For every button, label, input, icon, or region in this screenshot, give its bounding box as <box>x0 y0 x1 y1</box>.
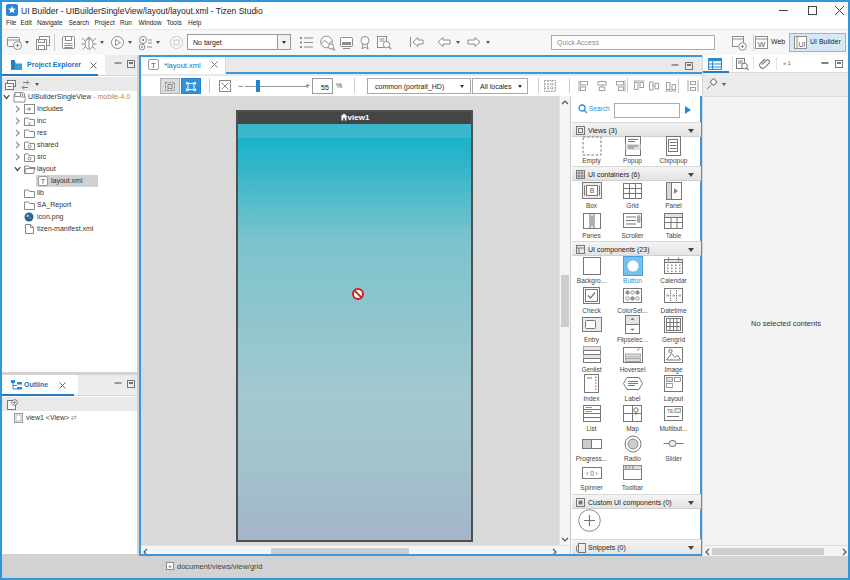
svg-text:e: e <box>168 563 171 569</box>
svg-text:W: W <box>758 40 766 49</box>
svg-text:B: B <box>589 187 594 194</box>
svg-text:‹ 0 ›: ‹ 0 › <box>586 469 598 476</box>
svg-text:T: T <box>41 178 46 185</box>
svg-text:T: T <box>151 61 156 70</box>
svg-text:UI: UI <box>799 41 806 48</box>
svg-text:c: c <box>28 120 31 126</box>
svg-text:TE:: TE: <box>667 408 675 414</box>
